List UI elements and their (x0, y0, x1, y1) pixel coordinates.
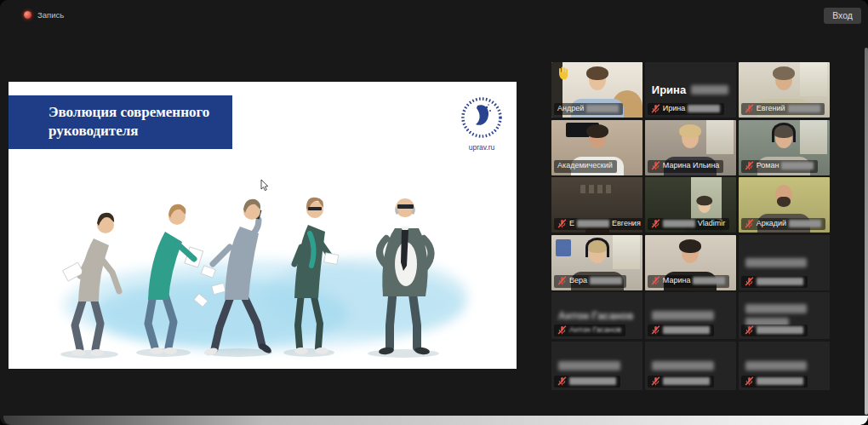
participant-name-label (741, 324, 808, 336)
participant-tile[interactable]: Вера (551, 235, 642, 290)
redacted-name-block (663, 377, 710, 385)
participant-tile[interactable]: Ирина Ирина (645, 62, 736, 118)
redacted-name-block (745, 258, 808, 267)
mic-muted-icon (651, 376, 660, 386)
login-button[interactable]: Вход (824, 8, 861, 24)
participant-tile[interactable]: Академический (551, 120, 642, 175)
participant-name-label: Вера (554, 275, 626, 287)
participant-name-label (648, 376, 714, 388)
participant-tile[interactable]: Vladimir (645, 177, 736, 233)
record-dot-icon (24, 11, 31, 19)
participant-name: Евгения (612, 219, 641, 228)
participant-name: Марина Ильина (663, 161, 720, 170)
participant-tile[interactable] (645, 342, 736, 390)
participant-name: Андрей (557, 104, 584, 113)
redacted-name-block (569, 377, 616, 385)
participant-tile[interactable] (739, 292, 830, 339)
school-logo: uprav.ru (455, 96, 508, 152)
avatar-head (589, 70, 606, 90)
avatar-hair (679, 124, 701, 138)
mic-muted-icon (651, 325, 660, 335)
participant-name-label: Vladimir (648, 218, 730, 230)
redacted-name-block (652, 361, 714, 370)
participant-name-label: Марина (648, 275, 730, 287)
redacted-name-block (652, 311, 714, 320)
participant-tile[interactable]: Марина Ильина (645, 120, 736, 175)
grid-row (551, 342, 830, 390)
redacted-name-block (789, 220, 821, 227)
participant-tile[interactable]: Е Евгения (551, 177, 642, 233)
participant-name-label: Евгений (741, 103, 825, 115)
participant-name-label (741, 276, 808, 288)
mouse-cursor (260, 179, 270, 195)
avatar-head (682, 128, 699, 148)
mic-muted-icon (745, 219, 754, 228)
grid-row: Вера Марина (551, 235, 830, 290)
mic-muted-icon (557, 376, 567, 386)
avatar-hair (679, 239, 701, 253)
shared-slide[interactable]: Эволюция современного руководителя uprav… (9, 82, 517, 369)
redacted-name-block (757, 377, 803, 385)
redacted-name-block (757, 278, 803, 285)
participant-tile[interactable] (551, 342, 642, 390)
participant-tile[interactable]: Антон Гасанов Антон Гасанов (551, 292, 642, 339)
redacted-name-block (586, 105, 619, 112)
school-logo-emblem (460, 96, 503, 139)
avatar-head (775, 185, 792, 205)
mic-muted-icon (651, 219, 660, 228)
mic-muted-icon (745, 161, 754, 170)
mic-muted-icon (557, 219, 567, 228)
participant-name-label: Ирина (648, 103, 724, 115)
raised-hand-icon (557, 66, 569, 80)
avatar-head (682, 243, 699, 263)
redacted-name-block (781, 162, 814, 169)
participant-name: Антон Гасанов (569, 325, 621, 335)
participant-tile[interactable]: Роман (739, 120, 830, 175)
mic-muted-icon (557, 325, 567, 335)
participant-name-label: Антон Гасанов (554, 324, 625, 336)
redacted-name-block (745, 304, 808, 313)
mic-muted-icon (651, 276, 660, 285)
redacted-name-block (691, 85, 728, 95)
grid-row: Андрей Ирина Ирина (551, 62, 830, 118)
participant-tile[interactable] (645, 292, 736, 339)
participant-big-name-text: Антон Гасанов (558, 310, 633, 322)
participant-tile[interactable]: Андрей (551, 62, 642, 118)
slide-title: Эволюция современного руководителя (9, 95, 232, 149)
participants-grid: Андрей Ирина Ирина (551, 62, 830, 390)
participant-big-name-text: Ирина (652, 83, 686, 96)
window-edge-highlight-bottom (3, 416, 868, 425)
avatar-head (775, 128, 792, 148)
participant-name: Марина (663, 276, 691, 285)
avatar-hair (773, 66, 795, 80)
redacted-name-block (688, 105, 720, 112)
logo-caption: uprav.ru (455, 143, 508, 152)
meeting-window: Запись Вход (0, 0, 868, 425)
participant-tile[interactable]: Аркадий (739, 177, 830, 233)
participant-name: Евгений (757, 104, 785, 113)
participant-tile[interactable] (739, 342, 830, 390)
mic-muted-icon (745, 277, 754, 286)
headphones-icon (772, 123, 796, 142)
participant-name: Аркадий (757, 219, 786, 228)
participant-name: Роман (757, 161, 779, 170)
mic-muted-icon (651, 161, 660, 170)
avatar-hair (696, 196, 712, 206)
recording-label: Запись (37, 10, 64, 20)
participant-name: Академический (557, 161, 613, 170)
mic-muted-icon (745, 325, 754, 335)
participant-tile[interactable]: Евгений (739, 62, 830, 118)
mic-muted-icon (745, 376, 754, 386)
participant-tile[interactable]: Марина (645, 235, 736, 290)
mic-muted-icon (745, 104, 754, 113)
avatar-head (698, 198, 710, 213)
avatar-hair (586, 66, 608, 80)
redacted-name-block (788, 105, 820, 112)
redacted-name-block (663, 326, 710, 334)
mic-muted-icon (651, 104, 660, 113)
participant-name-label (648, 324, 714, 336)
participant-name: Ирина (663, 104, 685, 113)
participant-tile[interactable] (739, 235, 830, 290)
mic-muted-icon (557, 276, 567, 285)
avatar-head (589, 243, 606, 263)
